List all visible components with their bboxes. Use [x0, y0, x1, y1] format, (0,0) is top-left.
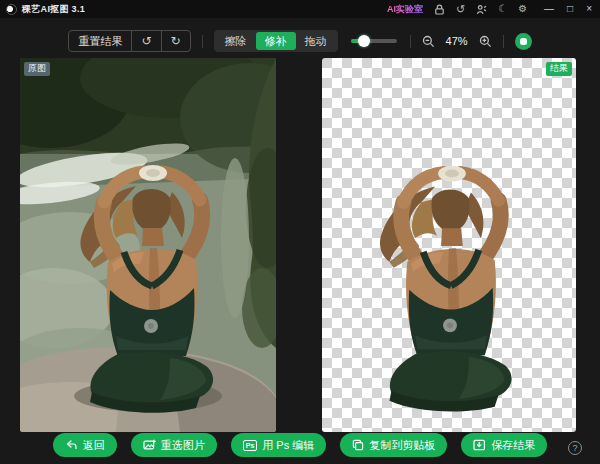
brush-size-slider[interactable] [351, 35, 397, 47]
back-button-label: 返回 [83, 438, 105, 453]
preview-toggle-button[interactable] [515, 33, 532, 50]
reselect-image-button-label: 重选图片 [161, 438, 205, 453]
mode-patch-button[interactable]: 修补 [256, 32, 296, 50]
edit-in-photoshop-button-label: 用 Ps 编辑 [262, 438, 314, 453]
cutout-result-image [322, 58, 576, 432]
back-arrow-icon [65, 439, 78, 451]
minimize-button[interactable]: — [544, 4, 554, 14]
copy-to-clipboard-button[interactable]: 复制到剪贴板 [340, 433, 447, 457]
settings-gear-icon[interactable]: ⚙ [518, 4, 527, 14]
ai-lab-badge[interactable]: AI实验室 [387, 3, 423, 16]
back-button[interactable]: 返回 [53, 433, 117, 457]
action-bar: 返回 重选图片 Ps 用 Ps 编辑 复制到剪贴板 保存结果 [0, 432, 600, 458]
help-button[interactable]: ? [568, 441, 582, 455]
zoom-out-icon[interactable] [422, 35, 435, 48]
toolbar-divider [410, 35, 411, 48]
maximize-button[interactable]: □ [567, 4, 573, 14]
reset-result-button[interactable]: 重置结果 [69, 31, 131, 51]
canvas-area: 原图 结果 [0, 58, 600, 432]
copy-to-clipboard-button-label: 复制到剪贴板 [369, 438, 435, 453]
mode-drag-button[interactable]: 拖动 [296, 32, 336, 50]
save-result-button[interactable]: 保存结果 [461, 433, 547, 457]
result-image-panel[interactable]: 结果 [322, 58, 576, 432]
toolbar: 重置结果 ↺ ↻ 擦除 修补 拖动 47% [0, 27, 600, 55]
save-image-icon [473, 439, 486, 451]
save-result-button-label: 保存结果 [491, 438, 535, 453]
undo-button[interactable]: ↺ [131, 31, 160, 51]
reset-undo-redo-group: 重置结果 ↺ ↻ [68, 30, 190, 52]
original-photo [20, 58, 276, 432]
original-image-panel[interactable]: 原图 [20, 58, 276, 432]
zoom-level: 47% [443, 35, 471, 47]
app-logo-icon [6, 4, 17, 15]
close-button[interactable]: × [586, 4, 592, 14]
titlebar: 稞艺AI抠图 3.1 AI实验室 ↺ ☾ ⚙ — □ × [0, 0, 600, 18]
copy-icon [352, 439, 364, 451]
original-label-badge: 原图 [24, 62, 50, 76]
titlebar-right: AI实验室 ↺ ☾ ⚙ — □ × [387, 3, 592, 16]
redo-button[interactable]: ↻ [161, 31, 190, 51]
brush-size-slider-thumb[interactable] [358, 35, 370, 47]
user-switch-icon[interactable] [476, 4, 487, 15]
photoshop-icon: Ps [243, 440, 258, 451]
history-icon[interactable]: ↺ [456, 4, 465, 14]
zoom-in-icon[interactable] [479, 35, 492, 48]
image-plus-icon [143, 439, 156, 451]
lock-icon[interactable] [434, 4, 445, 15]
window-controls: — □ × [544, 4, 592, 14]
app-window: 稞艺AI抠图 3.1 AI实验室 ↺ ☾ ⚙ — □ × 重置结果 ↺ ↻ [0, 0, 600, 464]
mode-segmented-control: 擦除 修补 拖动 [214, 30, 338, 52]
result-label-badge: 结果 [546, 62, 572, 76]
edit-in-photoshop-button[interactable]: Ps 用 Ps 编辑 [231, 433, 327, 457]
toolbar-divider [503, 35, 504, 48]
titlebar-left: 稞艺AI抠图 3.1 [6, 3, 85, 16]
toolbar-divider [202, 35, 203, 48]
app-title: 稞艺AI抠图 3.1 [22, 3, 85, 16]
moon-icon[interactable]: ☾ [498, 4, 507, 14]
mode-erase-button[interactable]: 擦除 [216, 32, 256, 50]
preview-toggle-dot-icon [520, 38, 527, 45]
zoom-controls: 47% [422, 35, 492, 48]
reselect-image-button[interactable]: 重选图片 [131, 433, 217, 457]
